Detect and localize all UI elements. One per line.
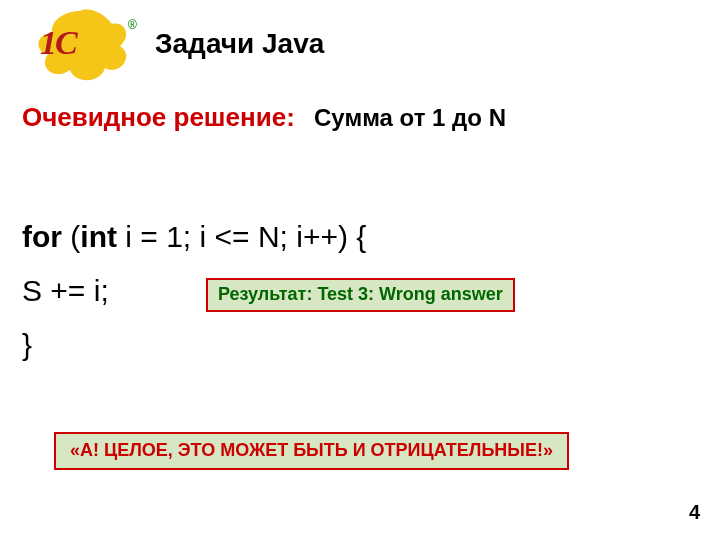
registered-icon: ®: [128, 18, 137, 32]
slide-title: Задачи Java: [155, 28, 324, 60]
code-line-3: }: [22, 318, 366, 372]
result-box: Результат: Test 3: Wrong answer: [206, 278, 515, 312]
subtitle-row: Очевидное решение: Сумма от 1 до N: [22, 102, 506, 133]
code-line-1: for (int i = 1; i <= N; i++) {: [22, 210, 366, 264]
brand-logo: 1C ®: [20, 6, 140, 86]
keyword-int: int: [80, 220, 117, 253]
page-number: 4: [689, 501, 700, 524]
subtitle-red: Очевидное решение:: [22, 102, 295, 132]
keyword-for: for: [22, 220, 62, 253]
logo-text: 1C: [40, 24, 76, 62]
logo-splash-icon: [20, 6, 140, 86]
insight-box: «А! ЦЕЛОЕ, ЭТО МОЖЕТ БЫТЬ И ОТРИЦАТЕЛЬНЫ…: [54, 432, 569, 470]
subtitle-black: Сумма от 1 до N: [314, 104, 506, 131]
